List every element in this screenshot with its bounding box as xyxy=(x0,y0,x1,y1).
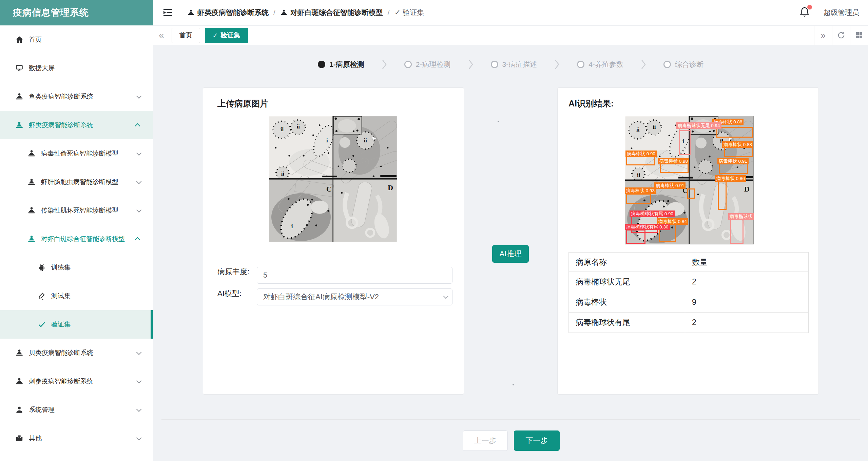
step-label: 3-病症描述 xyxy=(502,60,537,69)
detection-box xyxy=(679,130,691,155)
left-card-title: 上传病原图片 xyxy=(217,98,268,109)
chevron-down-icon xyxy=(136,378,142,383)
upload-pathogen-card: 上传病原图片 xyxy=(203,87,464,395)
sidebar-item-10[interactable]: 测试集 xyxy=(0,282,153,310)
pathogen-image: ii ii i ii ii i C D xyxy=(269,116,397,242)
step-1: 1-病原检测 xyxy=(318,60,364,69)
prev-step-button[interactable]: 上一步 xyxy=(463,430,508,451)
sidebar-item-label: 病毒性偷死病智能诊断模型 xyxy=(41,149,118,158)
sidebar-item-4[interactable]: 虾类疫病智能诊断系统 xyxy=(0,111,153,139)
sidebar-item-label: 鱼类疫病智能诊断系统 xyxy=(29,92,93,101)
sidebar-item-3[interactable]: 鱼类疫病智能诊断系统 xyxy=(0,82,153,111)
abundance-input[interactable] xyxy=(257,267,452,284)
diagnosis-icon xyxy=(27,235,36,243)
splitter-dot xyxy=(498,121,499,122)
footer-divider xyxy=(161,419,860,420)
ai-result-card: AI识别结果: xyxy=(557,87,819,395)
check-icon: ✓ xyxy=(394,8,401,17)
layout-grid-icon[interactable] xyxy=(850,26,868,45)
sidebar-item-13[interactable]: 刺参疫病智能诊断系统 xyxy=(0,367,153,396)
tab-2[interactable]: ✓验证集 xyxy=(205,28,248,43)
tab-label: 验证集 xyxy=(221,31,240,40)
detection-label: 病毒棒状 0.88 xyxy=(658,158,689,164)
menu-fold-icon[interactable] xyxy=(163,8,173,17)
chevron-down-icon xyxy=(136,207,142,213)
step-separator-icon xyxy=(553,59,561,70)
main-content: 1-病原检测2-病理检测3-病症描述4-养殖参数综合诊断 上传病原图片 xyxy=(153,45,868,461)
pen-icon xyxy=(37,292,46,300)
step-separator-icon xyxy=(467,59,475,70)
svg-text:ii: ii xyxy=(281,126,284,133)
detection-label: 病毒棒状 0.93 xyxy=(625,187,656,194)
sidebar: 疫病信息管理系统 首页数据大屏鱼类疫病智能诊断系统虾类疫病智能诊断系统病毒性偷死… xyxy=(0,0,153,461)
table-cell: 病毒棒状 xyxy=(569,292,685,313)
sidebar-item-1[interactable]: 首页 xyxy=(0,25,153,54)
detection-label: 病毒椭球状有尾 0.90 xyxy=(630,211,675,217)
sidebar-item-9[interactable]: 训练集 xyxy=(0,253,153,282)
diagnosis-icon xyxy=(15,377,24,386)
detection-box xyxy=(718,181,727,209)
sidebar-item-12[interactable]: 贝类疫病智能诊断系统 xyxy=(0,339,153,367)
svg-text:ii: ii xyxy=(364,137,367,144)
sidebar-item-label: 传染性肌坏死智能诊断模型 xyxy=(41,206,118,215)
sidebar-item-label: 测试集 xyxy=(51,292,71,300)
top-header: 虾类疫病智能诊断系统 / 对虾白斑综合征智能诊断模型 / ✓ 验证集 超级管理员 xyxy=(153,0,868,25)
sidebar-item-15[interactable]: 其他 xyxy=(0,424,153,453)
step-label: 4-养殖参数 xyxy=(589,60,623,69)
table-cell: 2 xyxy=(685,272,809,292)
sidebar-item-8[interactable]: 对虾白斑综合征智能诊断模型 xyxy=(0,225,153,253)
sidebar-item-label: 其他 xyxy=(29,434,42,443)
breadcrumb-item-2[interactable]: 对虾白斑综合征智能诊断模型 xyxy=(290,8,383,17)
splitter-dot xyxy=(513,384,514,385)
detection-box xyxy=(724,147,753,157)
diagnosis-icon xyxy=(280,9,288,16)
step-label: 1-病原检测 xyxy=(329,60,364,69)
user-name[interactable]: 超级管理员 xyxy=(824,8,859,17)
step-4: 4-养殖参数 xyxy=(577,60,623,69)
annotation-layer: 病毒棒状 0.88病毒椭球状无尾 0.94病毒棒状 0.88病毒棒状 0.90病… xyxy=(625,116,754,244)
svg-text:ii: ii xyxy=(297,123,300,130)
sidebar-item-14[interactable]: 系统管理 xyxy=(0,396,153,424)
detection-label: 病毒椭球状无尾 0.94 xyxy=(676,122,721,129)
breadcrumb-item-1[interactable]: 虾类疫病智能诊断系统 xyxy=(197,8,269,17)
sidebar-item-label: 刺参疫病智能诊断系统 xyxy=(29,377,93,386)
annotated-result-image: ii ii i ii ii i C D 病毒棒状 0.88病毒椭球状无尾 0.9… xyxy=(625,116,754,244)
sidebar-item-6[interactable]: 虾肝肠胞虫病智能诊断模型 xyxy=(0,168,153,196)
step-2: 2-病理检测 xyxy=(404,60,451,69)
ai-model-select[interactable]: 对虾白斑综合征AI病原检测模型-V2 xyxy=(257,288,452,305)
sidebar-item-5[interactable]: 病毒性偷死病智能诊断模型 xyxy=(0,139,153,168)
table-cell: 9 xyxy=(685,292,809,313)
notification-dot xyxy=(807,5,812,9)
chevron-down-icon xyxy=(136,349,142,355)
tabs-scroll-right-icon[interactable]: » xyxy=(814,26,832,45)
home-icon xyxy=(15,35,24,44)
tabs: 首页✓验证集 xyxy=(172,28,248,43)
table-header: 数量 xyxy=(685,253,809,272)
sidebar-item-2[interactable]: 数据大屏 xyxy=(0,54,153,82)
table-row: 病毒椭球状无尾2 xyxy=(569,272,809,292)
diagnosis-icon xyxy=(15,92,24,101)
ai-inference-button[interactable]: AI推理 xyxy=(492,245,529,263)
chevron-down-icon xyxy=(136,150,142,156)
sidebar-item-label: 系统管理 xyxy=(29,405,55,414)
detection-label: 病毒棒状 0.90 xyxy=(625,151,657,157)
tabs-scroll-left-icon[interactable]: « xyxy=(153,31,170,40)
tab-1[interactable]: 首页 xyxy=(172,28,200,43)
sidebar-item-11[interactable]: 验证集 xyxy=(0,310,153,339)
tab-bar: « 首页✓验证集 » xyxy=(153,26,868,45)
abundance-label: 病原丰度: xyxy=(217,267,257,277)
tab-label: 首页 xyxy=(179,31,192,40)
next-step-button[interactable]: 下一步 xyxy=(514,430,560,451)
chevron-up-icon xyxy=(135,123,140,128)
sidebar-item-label: 训练集 xyxy=(51,263,71,272)
detection-box xyxy=(719,163,748,174)
detection-label: 病毒棒状 0.88 xyxy=(722,141,753,148)
step-circle xyxy=(491,61,498,68)
detection-box xyxy=(660,163,689,173)
notification-bell-icon[interactable] xyxy=(799,6,810,19)
refresh-icon[interactable] xyxy=(832,26,850,45)
sidebar-item-7[interactable]: 传染性肌坏死智能诊断模型 xyxy=(0,196,153,225)
table-row: 病毒椭球状有尾2 xyxy=(569,313,809,333)
detection-box xyxy=(626,229,645,244)
detection-box xyxy=(730,219,744,244)
